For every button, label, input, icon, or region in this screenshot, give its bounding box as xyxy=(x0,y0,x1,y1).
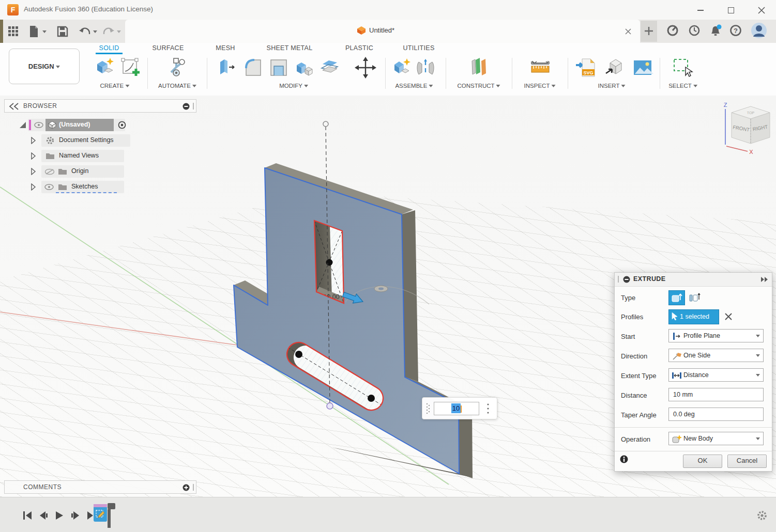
timeline-position-marker[interactable] xyxy=(106,503,118,530)
close-window-button[interactable] xyxy=(754,5,769,15)
visibility-off-icon[interactable] xyxy=(44,168,55,175)
panel-grip-icon[interactable] xyxy=(193,103,194,109)
drag-handle-icon[interactable] xyxy=(425,402,431,415)
create-sketch-tool[interactable] xyxy=(119,56,143,80)
file-menu-caret-icon[interactable] xyxy=(42,30,47,33)
type-thin-extrude-button[interactable] xyxy=(687,290,703,304)
ribbon-tab-sheet-metal[interactable]: SHEET METAL xyxy=(267,44,313,52)
insert-canvas-tool[interactable] xyxy=(631,56,655,80)
ribbon-tab-utilities[interactable]: UTILITIES xyxy=(403,44,434,52)
dialog-expand-icon[interactable] xyxy=(760,276,769,283)
visibility-eye-icon[interactable] xyxy=(34,122,43,128)
view-cube[interactable]: TOP FRONT RIGHT Z X xyxy=(712,101,774,159)
extrude-dialog-header[interactable]: EXTRUDE xyxy=(615,273,772,287)
sketch-point[interactable] xyxy=(368,395,375,402)
automate-group-label[interactable]: AUTOMATE xyxy=(158,83,196,89)
timeline-go-to-start-button[interactable] xyxy=(22,510,33,521)
dialog-grip-icon[interactable] xyxy=(618,276,619,283)
notification-center-button[interactable] xyxy=(688,24,701,37)
design-workspace-selector[interactable]: DESIGN xyxy=(9,49,80,84)
timeline-play-button[interactable] xyxy=(54,510,65,521)
start-dropdown[interactable]: Profile Plane xyxy=(668,329,764,342)
extent-type-dropdown[interactable]: Distance xyxy=(668,368,764,382)
measure-tool[interactable] xyxy=(528,56,552,80)
insert-svg-tool[interactable]: SVG xyxy=(575,56,599,80)
profiles-selected-button[interactable]: 1 selected xyxy=(668,309,719,324)
new-tab-button[interactable] xyxy=(641,21,657,42)
comments-bar[interactable]: COMMENTS xyxy=(4,480,196,494)
maximize-button[interactable] xyxy=(723,5,739,15)
sketch-point[interactable] xyxy=(295,351,302,358)
select-tool[interactable] xyxy=(671,56,695,80)
new-component-tool[interactable] xyxy=(390,56,414,80)
clear-selection-icon[interactable] xyxy=(724,312,733,321)
model-front-face[interactable] xyxy=(234,168,459,474)
distance-input-widget[interactable]: 10 xyxy=(422,397,497,419)
sketch-point[interactable] xyxy=(326,259,333,266)
joint-tool[interactable] xyxy=(414,56,437,80)
panel-grip-icon[interactable] xyxy=(193,484,194,491)
modify-group-label[interactable]: MODIFY xyxy=(279,83,308,89)
ribbon-tab-solid[interactable]: SOLID xyxy=(99,44,119,52)
notifications-button[interactable] xyxy=(708,24,722,37)
origin-point[interactable] xyxy=(327,403,333,409)
construction-endpoint[interactable] xyxy=(323,121,328,127)
expand-arrow-icon[interactable] xyxy=(31,137,36,144)
expand-arrow-icon[interactable] xyxy=(31,152,36,160)
assemble-group-label[interactable]: ASSEMBLE xyxy=(395,83,433,89)
inspect-group-label[interactable]: INSPECT xyxy=(524,83,556,89)
direction-dropdown[interactable]: One Side xyxy=(668,349,764,362)
browser-row-origin[interactable]: Origin xyxy=(4,165,196,178)
ribbon-tab-surface[interactable]: SURFACE xyxy=(152,44,184,52)
select-group-label[interactable]: SELECT xyxy=(668,83,697,89)
timeline-step-forward-button[interactable] xyxy=(70,510,81,521)
construct-plane-tool[interactable] xyxy=(467,56,491,80)
fillet-tool[interactable] xyxy=(241,56,265,80)
redo-caret-icon[interactable] xyxy=(117,30,121,33)
timeline-sketch-feature[interactable] xyxy=(94,507,107,522)
save-button[interactable] xyxy=(56,25,69,38)
browser-row-sketches[interactable]: Sketches xyxy=(4,181,196,193)
document-tab[interactable]: Untitled* xyxy=(125,20,640,43)
visibility-eye-icon[interactable] xyxy=(44,184,54,190)
automate-tool[interactable] xyxy=(164,56,188,80)
expand-arrow-icon[interactable] xyxy=(31,168,36,175)
dialog-minimize-icon[interactable] xyxy=(623,276,630,283)
browser-root-row[interactable]: (Unsaved) xyxy=(4,119,196,131)
redo-button[interactable] xyxy=(102,25,116,38)
cancel-button[interactable]: Cancel xyxy=(727,455,767,468)
distance-value-input[interactable]: 10 xyxy=(434,402,479,415)
insert-mesh-tool[interactable] xyxy=(603,56,627,80)
browser-row-document-settings[interactable]: Document Settings xyxy=(4,134,196,147)
rectangular-hole-profile[interactable]: 10.00 xyxy=(314,221,346,303)
minimize-panel-icon[interactable] xyxy=(182,103,190,110)
file-menu-button[interactable] xyxy=(27,25,40,38)
add-comment-icon[interactable] xyxy=(182,484,190,491)
modeling-viewport[interactable]: 10.00 xyxy=(0,96,776,497)
create-solid-tool[interactable] xyxy=(92,56,116,80)
press-pull-tool[interactable] xyxy=(215,56,239,80)
help-button[interactable]: ? xyxy=(729,24,742,37)
widget-menu-icon[interactable] xyxy=(485,402,491,415)
user-avatar[interactable] xyxy=(751,22,767,39)
undo-button[interactable] xyxy=(78,25,91,38)
taper-angle-field[interactable] xyxy=(668,408,764,421)
move-tool[interactable] xyxy=(354,56,377,80)
distance-field[interactable] xyxy=(668,388,764,401)
job-status-button[interactable] xyxy=(666,24,679,37)
app-grid-button[interactable] xyxy=(7,25,20,38)
activate-component-icon[interactable] xyxy=(118,121,126,129)
minimize-button[interactable] xyxy=(693,5,708,15)
construct-group-label[interactable]: CONSTRUCT xyxy=(457,83,500,89)
create-group-label[interactable]: CREATE xyxy=(100,83,130,89)
close-tab-icon[interactable] xyxy=(624,27,632,36)
type-extrude-button[interactable] xyxy=(668,290,685,305)
collapse-panel-icon[interactable] xyxy=(9,103,19,110)
operation-dropdown[interactable]: New Body xyxy=(668,432,764,445)
ribbon-tab-plastic[interactable]: PLASTIC xyxy=(345,44,373,52)
shell-tool[interactable] xyxy=(267,56,291,80)
rotate-handle[interactable] xyxy=(374,286,388,292)
ok-button[interactable]: OK xyxy=(683,455,722,468)
browser-row-named-views[interactable]: Named Views xyxy=(4,150,196,162)
timeline-step-back-button[interactable] xyxy=(38,510,49,521)
